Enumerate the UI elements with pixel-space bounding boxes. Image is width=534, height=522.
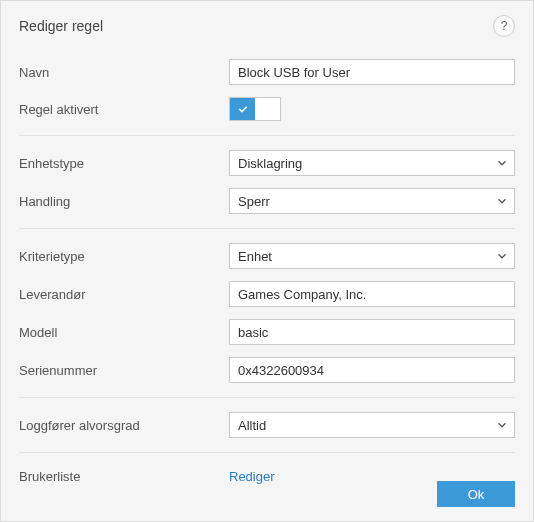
- model-input[interactable]: [229, 319, 515, 345]
- edit-rule-dialog: Rediger regel ? Navn Regel aktivert: [0, 0, 534, 522]
- row-action: Handling Sperr: [19, 182, 515, 220]
- action-label: Handling: [19, 194, 229, 209]
- ok-button[interactable]: Ok: [437, 481, 515, 507]
- name-field-wrap: [229, 59, 515, 85]
- help-icon: ?: [501, 19, 508, 33]
- device-type-select[interactable]: Disklagring: [229, 150, 515, 176]
- row-serial: Serienummer: [19, 351, 515, 389]
- divider: [19, 135, 515, 136]
- severity-select[interactable]: Alltid: [229, 412, 515, 438]
- device-type-field-wrap: Disklagring: [229, 150, 515, 176]
- row-device-type: Enhetstype Disklagring: [19, 144, 515, 182]
- vendor-label: Leverandør: [19, 287, 229, 302]
- toggle-off-half: [255, 98, 280, 120]
- name-label: Navn: [19, 65, 229, 80]
- criteria-type-label: Kriterietype: [19, 249, 229, 264]
- row-severity: Loggfører alvorsgrad Alltid: [19, 406, 515, 444]
- action-select[interactable]: Sperr: [229, 188, 515, 214]
- divider: [19, 452, 515, 453]
- row-name: Navn: [19, 53, 515, 91]
- dialog-content: Navn Regel aktivert E: [1, 47, 533, 491]
- divider: [19, 397, 515, 398]
- criteria-type-field-wrap: Enhet: [229, 243, 515, 269]
- model-field-wrap: [229, 319, 515, 345]
- row-criteria-type: Kriterietype Enhet: [19, 237, 515, 275]
- divider: [19, 228, 515, 229]
- criteria-type-select[interactable]: Enhet: [229, 243, 515, 269]
- checkmark-icon: [237, 103, 249, 115]
- toggle-on-half: [230, 98, 255, 120]
- dialog-header: Rediger regel ?: [1, 1, 533, 47]
- name-input[interactable]: [229, 59, 515, 85]
- model-label: Modell: [19, 325, 229, 340]
- device-type-label: Enhetstype: [19, 156, 229, 171]
- vendor-input[interactable]: [229, 281, 515, 307]
- serial-input[interactable]: [229, 357, 515, 383]
- row-vendor: Leverandør: [19, 275, 515, 313]
- enabled-field-wrap: [229, 97, 515, 121]
- action-field-wrap: Sperr: [229, 188, 515, 214]
- severity-field-wrap: Alltid: [229, 412, 515, 438]
- serial-field-wrap: [229, 357, 515, 383]
- dialog-footer: Ok: [1, 469, 533, 521]
- dialog-title: Rediger regel: [19, 18, 103, 34]
- row-enabled: Regel aktivert: [19, 91, 515, 127]
- enabled-label: Regel aktivert: [19, 102, 229, 117]
- help-button[interactable]: ?: [493, 15, 515, 37]
- severity-label: Loggfører alvorsgrad: [19, 418, 229, 433]
- serial-label: Serienummer: [19, 363, 229, 378]
- vendor-field-wrap: [229, 281, 515, 307]
- enabled-toggle[interactable]: [229, 97, 281, 121]
- row-model: Modell: [19, 313, 515, 351]
